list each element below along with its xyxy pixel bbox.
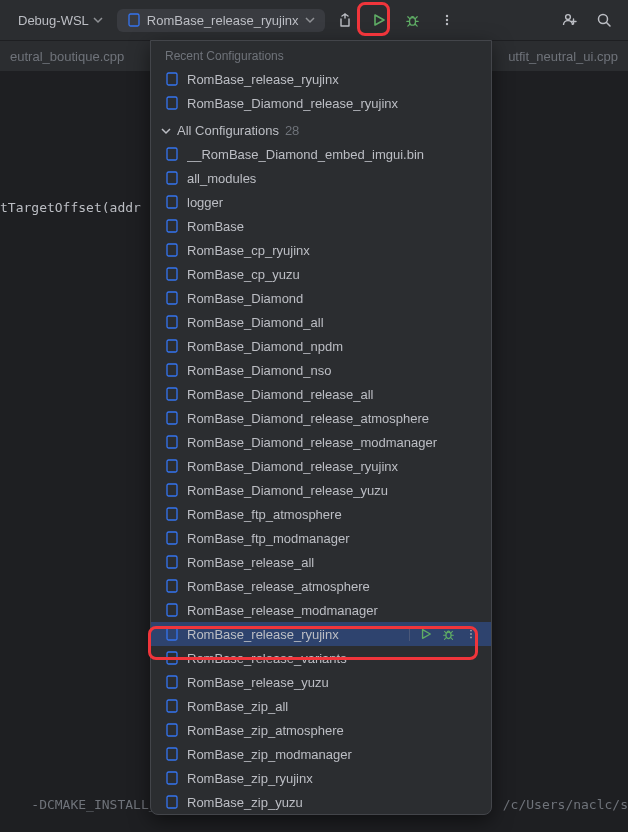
svg-rect-21 <box>167 436 177 448</box>
section-count: 28 <box>285 123 299 138</box>
svg-rect-12 <box>167 220 177 232</box>
bug-icon <box>405 13 420 28</box>
config-item[interactable]: RomBase_release_atmosphere <box>151 574 491 598</box>
config-item-label: RomBase_cp_yuzu <box>187 267 477 282</box>
run-button[interactable] <box>365 6 393 34</box>
config-item-label: RomBase_zip_ryujinx <box>187 771 477 786</box>
rerun-button[interactable] <box>331 6 359 34</box>
config-item[interactable]: RomBase_release_yuzu <box>151 670 491 694</box>
config-file-icon <box>165 171 179 185</box>
config-item[interactable]: RomBase_release_ryujinx <box>151 622 491 646</box>
config-item[interactable]: RomBase_zip_ryujinx <box>151 766 491 790</box>
svg-rect-18 <box>167 364 177 376</box>
config-item-label: RomBase_release_ryujinx <box>187 627 401 642</box>
chevron-down-icon <box>161 126 171 136</box>
debug-button[interactable] <box>442 628 455 641</box>
config-item[interactable]: RomBase_Diamond_nso <box>151 358 491 382</box>
config-item-label: RomBase_Diamond_release_atmosphere <box>187 411 477 426</box>
config-item[interactable]: RomBase_ftp_atmosphere <box>151 502 491 526</box>
config-item[interactable]: RomBase_release_modmanager <box>151 598 491 622</box>
svg-rect-17 <box>167 340 177 352</box>
debug-button[interactable] <box>399 6 427 34</box>
config-item[interactable]: RomBase_Diamond_release_modmanager <box>151 430 491 454</box>
more-actions-button[interactable] <box>433 6 461 34</box>
config-item[interactable]: RomBase_ftp_modmanager <box>151 526 491 550</box>
config-file-icon <box>165 363 179 377</box>
config-file-icon <box>165 699 179 713</box>
config-item-label: RomBase_ftp_atmosphere <box>187 507 477 522</box>
config-item-label: RomBase_cp_ryujinx <box>187 243 477 258</box>
config-item[interactable]: RomBase_zip_atmosphere <box>151 718 491 742</box>
config-item[interactable]: RomBase_release_all <box>151 550 491 574</box>
svg-point-32 <box>470 633 472 635</box>
config-file-icon <box>165 675 179 689</box>
config-file-icon <box>165 579 179 593</box>
config-item[interactable]: all_modules <box>151 166 491 190</box>
chevron-down-icon <box>93 15 103 25</box>
code-fragment: tTargetOffset(addr <box>0 200 141 215</box>
svg-rect-8 <box>167 97 177 109</box>
build-profile-dropdown[interactable]: Debug-WSL <box>10 9 111 32</box>
svg-point-30 <box>446 632 451 639</box>
build-profile-label: Debug-WSL <box>18 13 89 28</box>
config-item[interactable]: RomBase_zip_yuzu <box>151 790 491 814</box>
config-item-label: RomBase_release_atmosphere <box>187 579 477 594</box>
config-item[interactable]: RomBase_Diamond_release_ryujinx <box>151 454 491 478</box>
play-icon <box>420 628 432 640</box>
main-toolbar: Debug-WSL RomBase_release_ryujinx <box>0 0 628 40</box>
config-file-icon <box>165 531 179 545</box>
config-item-label: RomBase_release_yuzu <box>187 675 477 690</box>
collaborate-button[interactable] <box>556 6 584 34</box>
config-item[interactable]: __RomBase_Diamond_embed_imgui.bin <box>151 142 491 166</box>
config-item-label: RomBase_release_all <box>187 555 477 570</box>
search-button[interactable] <box>590 6 618 34</box>
svg-point-31 <box>470 630 472 632</box>
config-item-label: RomBase_Diamond_release_all <box>187 387 477 402</box>
config-item[interactable]: RomBase <box>151 214 491 238</box>
svg-rect-40 <box>167 796 177 808</box>
config-file-icon <box>165 243 179 257</box>
config-file-icon <box>165 387 179 401</box>
run-button[interactable] <box>420 628 432 640</box>
kebab-icon <box>465 628 477 640</box>
editor-tab[interactable]: utfit_neutral_ui.cpp <box>498 49 628 64</box>
editor-tab[interactable]: eutral_boutique.cpp <box>0 49 134 64</box>
section-header-all[interactable]: All Configurations 28 <box>151 115 491 142</box>
run-config-dropdown[interactable]: RomBase_release_ryujinx <box>117 9 325 32</box>
config-item-label: RomBase_zip_all <box>187 699 477 714</box>
config-item[interactable]: RomBase_Diamond <box>151 286 491 310</box>
config-file-icon <box>165 747 179 761</box>
config-item[interactable]: RomBase_Diamond_npdm <box>151 334 491 358</box>
config-item[interactable]: RomBase_Diamond_release_yuzu <box>151 478 491 502</box>
svg-rect-20 <box>167 412 177 424</box>
config-item[interactable]: RomBase_Diamond_release_ryujinx <box>151 91 491 115</box>
svg-rect-36 <box>167 700 177 712</box>
config-file-icon <box>165 315 179 329</box>
svg-rect-24 <box>167 508 177 520</box>
config-item-label: RomBase_Diamond_nso <box>187 363 477 378</box>
config-item-label: RomBase_Diamond_npdm <box>187 339 477 354</box>
svg-rect-13 <box>167 244 177 256</box>
svg-rect-25 <box>167 532 177 544</box>
config-item[interactable]: RomBase_release_ryujinx <box>151 67 491 91</box>
more-actions-button[interactable] <box>465 628 477 640</box>
config-file-icon <box>165 411 179 425</box>
config-item[interactable]: RomBase_zip_modmanager <box>151 742 491 766</box>
config-item[interactable]: RomBase_zip_all <box>151 694 491 718</box>
config-item[interactable]: RomBase_Diamond_all <box>151 310 491 334</box>
svg-rect-15 <box>167 292 177 304</box>
config-item-label: RomBase_Diamond_release_yuzu <box>187 483 477 498</box>
config-item[interactable]: logger <box>151 190 491 214</box>
svg-rect-23 <box>167 484 177 496</box>
config-file-icon <box>165 795 179 809</box>
config-file-icon <box>165 291 179 305</box>
run-config-label: RomBase_release_ryujinx <box>147 13 299 28</box>
config-file-icon <box>165 195 179 209</box>
config-item[interactable]: RomBase_cp_yuzu <box>151 262 491 286</box>
svg-rect-35 <box>167 676 177 688</box>
config-item[interactable]: RomBase_cp_ryujinx <box>151 238 491 262</box>
config-item[interactable]: RomBase_Diamond_release_all <box>151 382 491 406</box>
config-item[interactable]: RomBase_Diamond_release_atmosphere <box>151 406 491 430</box>
svg-point-33 <box>470 636 472 638</box>
config-item[interactable]: RomBase_release_variants <box>151 646 491 670</box>
